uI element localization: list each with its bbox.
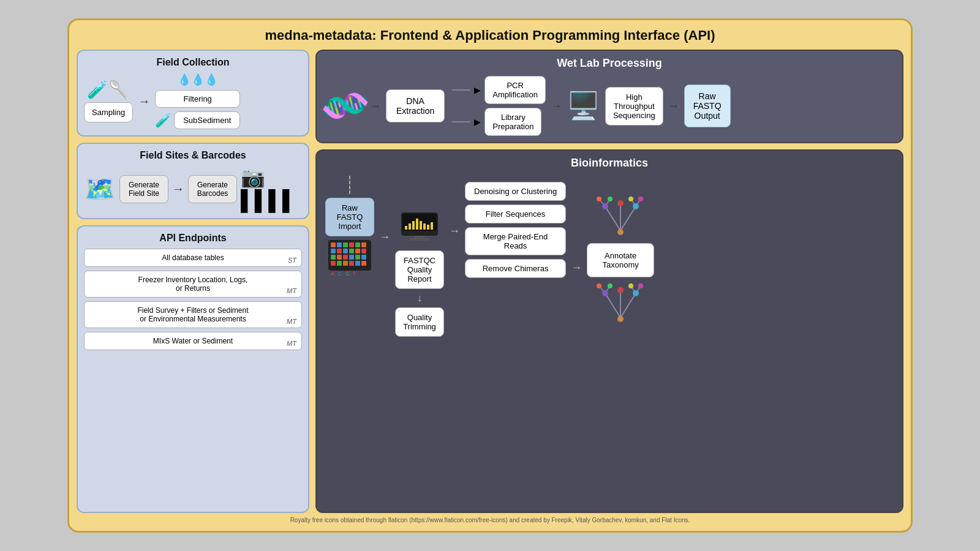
bioinformatics-section: Bioinformatics Raw FASTQ Import [315,149,903,513]
svg-point-64 [602,290,608,296]
high-throughput-box: High Throughput Sequencing [605,87,663,126]
svg-point-65 [617,287,624,293]
svg-rect-32 [409,223,411,230]
arrow-down-fastqc: ↓ [417,293,422,304]
outer-container: medna-metadata: Frontend & Application P… [67,18,913,533]
api-item-2: Field Survey + Filters or Sediment or En… [84,301,302,328]
svg-point-63 [617,316,624,322]
filtering-icon: 💧💧💧 [155,73,240,86]
fastqc-monitor-icon [401,212,438,247]
remove-chimeras-box: Remove Chimeras [465,259,566,278]
arrow-sequencer: → [551,100,562,113]
field-sites-title: Field Sites & Barcodes [84,150,302,161]
arrow-dna: → [370,100,381,113]
svg-text:T: T [353,271,356,277]
svg-point-70 [638,283,643,288]
svg-rect-31 [405,226,407,230]
field-sites-section: Field Sites & Barcodes 🗺️ Generate Field… [77,143,309,219]
arrow-sampling: → [138,94,150,108]
field-sites-inner: 🗺️ Generate Field Site → Generate Barcod… [84,166,302,212]
svg-rect-9 [343,249,348,253]
arrow-bio-3: → [571,261,582,274]
svg-rect-21 [343,261,348,266]
svg-rect-6 [361,242,366,247]
fastqc-quality-report-box: FASTQC Quality Report [395,250,444,289]
content-row: Field Collection 🧪🥄 Sampling → 💧💧💧 Filte… [77,50,903,513]
bio-arrows-col: → [379,231,390,244]
svg-rect-23 [355,261,360,266]
svg-line-56 [605,293,620,318]
dna-grid-icon: A C G T [328,240,371,282]
arrow-bio-1: → [379,231,390,244]
svg-point-49 [602,203,608,209]
line-library [452,121,470,122]
tree-svg-bottom [593,281,648,324]
svg-point-50 [617,200,624,206]
svg-point-52 [597,197,601,201]
svg-rect-5 [355,242,360,247]
annotate-taxonomy-box: Annotate Taxonomy [587,243,654,277]
pcr-fork: ▶ PCR Amplification ▶ Library Preparatio… [452,76,546,136]
svg-rect-7 [331,249,336,253]
filter-stack: 💧💧💧 Filtering 🧪 SubSediment [155,73,240,129]
svg-text:G: G [345,271,350,277]
api-item-1: Freezer Inventory Location, Logs, or Ret… [84,271,302,298]
sequencer-icon: 🖥️ [567,90,600,122]
api-endpoints-section: API Endpoints All database tables ST Fre… [77,225,309,513]
denoising-box: Denoising or Clustering [465,182,566,201]
tree-icon-bottom [593,281,648,326]
field-collection-title: Field Collection [84,57,302,68]
svg-point-51 [633,203,639,209]
sampling-box: Sampling [84,102,133,122]
arrow-bio-2: → [449,225,460,238]
svg-rect-13 [331,255,336,260]
api-endpoints-title: API Endpoints [84,233,302,244]
svg-rect-17 [355,255,360,260]
arrow-library: ▶ [474,117,481,127]
svg-line-43 [620,206,636,231]
svg-rect-16 [349,255,354,260]
subsediment-row: 🧪 SubSediment [155,111,240,129]
library-preparation-box: Library Preparation [484,108,541,136]
api-item-3: MIxS Water or Sediment MT [84,332,302,350]
arrow-field-sites: → [172,182,184,196]
svg-rect-10 [349,249,354,253]
line-pcr [452,89,470,91]
generate-barcodes-box: Generate Barcodes [188,175,237,203]
svg-rect-18 [361,255,366,260]
tree-svg-top [593,194,648,237]
svg-rect-39 [415,236,424,238]
barcode-scanner-icon: 📷▌▌▌▌ [241,166,302,212]
svg-point-66 [633,290,639,296]
svg-text:A: A [331,271,334,277]
bio-col1: Raw FASTQ Import [325,176,374,282]
svg-point-53 [608,197,612,201]
sediment-icon: 🧪 [155,113,172,129]
svg-rect-2 [337,242,342,247]
bio-col2: FASTQC Quality Report ↓ Quality Trimming [395,212,444,337]
wet-lab-section: Wet Lab Processing 🧬 → DNA Extraction ▶ [315,50,903,143]
svg-rect-38 [431,222,433,230]
svg-point-68 [608,283,612,288]
dna-extraction-box: DNA Extraction [386,89,445,122]
right-column: Wet Lab Processing 🧬 → DNA Extraction ▶ [315,50,903,513]
svg-point-48 [617,229,624,235]
footer-text: Royalty free icons obtained through flat… [77,517,903,523]
svg-point-69 [628,283,633,288]
wet-lab-flow: 🧬 → DNA Extraction ▶ PCR Amplification [325,76,894,136]
svg-line-58 [620,293,636,318]
field-collection-inner: 🧪🥄 Sampling → 💧💧💧 Filtering 🧪 SubSedimen… [84,73,302,129]
filter-sequences-box: Filter Sequences [465,204,566,223]
arrow-raw: → [668,100,679,113]
svg-line-41 [605,206,620,231]
svg-rect-36 [423,223,426,230]
svg-rect-4 [349,242,354,247]
svg-rect-8 [337,249,342,253]
raw-fastq-output-box: Raw FASTQ Output [684,84,731,127]
bio-col4: Annotate Taxonomy [587,194,654,326]
svg-rect-20 [337,261,342,266]
svg-rect-14 [337,255,342,260]
bio-arrows-col3: → [571,261,582,274]
svg-rect-33 [412,221,415,230]
quality-trimming-box: Quality Trimming [395,307,444,337]
